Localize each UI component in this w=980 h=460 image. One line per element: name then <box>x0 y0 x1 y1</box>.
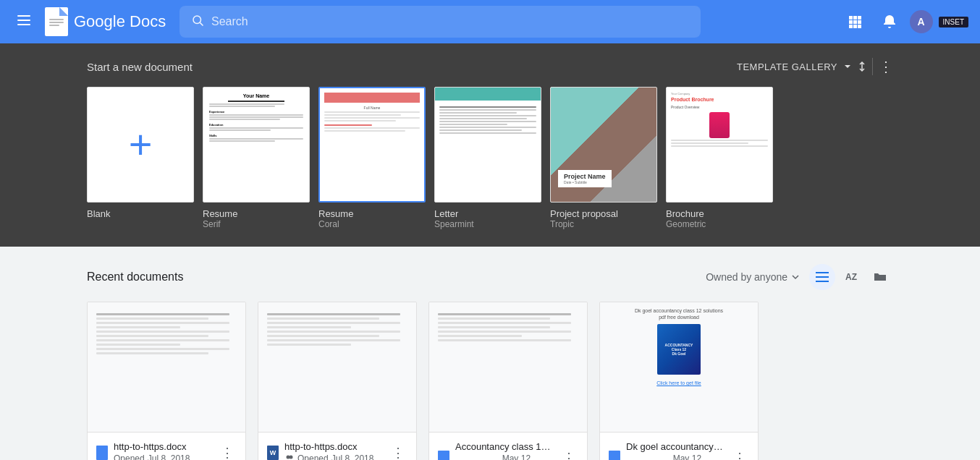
blank-plus-icon: + <box>129 124 153 165</box>
template-project-proposal-thumb: Project Name Date • Subtitle <box>550 87 657 203</box>
template-resume-serif-label: Resume <box>203 208 310 219</box>
svg-line-8 <box>200 22 203 25</box>
doc-card-3-thumb <box>429 302 587 433</box>
new-doc-header: Start a new document TEMPLATE GALLERY ⋮ <box>87 58 893 75</box>
new-doc-title: Start a new document <box>87 61 193 73</box>
svg-rect-10 <box>853 16 857 20</box>
recent-docs-title: Recent documents <box>87 271 183 284</box>
menu-button[interactable] <box>12 8 36 36</box>
recent-header: Recent documents Owned by anyone AZ <box>87 264 893 290</box>
folder-view-button[interactable] <box>867 264 893 290</box>
svg-rect-16 <box>853 25 857 28</box>
new-document-section: Start a new document TEMPLATE GALLERY ⋮ … <box>0 43 980 247</box>
svg-rect-5 <box>49 22 64 23</box>
template-resume-coral-thumb: Full Name <box>318 87 426 203</box>
docs-grid: http-to-https.docx Opened Jul 8, 2018 ⋮ <box>87 302 893 460</box>
doc-card-2-details: Opened Jul 8, 2018 <box>284 453 383 460</box>
notifications-button[interactable] <box>875 7 904 36</box>
svg-rect-1 <box>17 20 30 21</box>
svg-rect-4 <box>49 19 64 20</box>
doc-card-2-meta: http-to-https.docx Opened Jul 8, 2018 <box>284 441 383 460</box>
template-gallery-button[interactable]: TEMPLATE GALLERY <box>737 61 866 72</box>
doc-type-icon-2: W <box>267 446 279 460</box>
doc-card-2-info: W http-to-https.docx Opened Jul 8, 2018 <box>258 433 416 460</box>
recent-documents-section: Recent documents Owned by anyone AZ <box>0 247 980 460</box>
svg-rect-12 <box>849 20 853 24</box>
doc-card-3-more-button[interactable]: ⋮ <box>559 447 578 461</box>
avatar[interactable]: A <box>910 10 933 33</box>
more-options-button[interactable]: ⋮ <box>879 58 893 75</box>
svg-rect-15 <box>849 25 853 28</box>
apps-button[interactable] <box>840 7 869 36</box>
doc-card-2-opened: Opened <box>297 453 329 460</box>
doc-card-4[interactable]: Dk goel accountancy class 12 solutions p… <box>599 302 759 460</box>
svg-rect-17 <box>858 25 861 28</box>
doc-type-icon-1 <box>96 446 108 460</box>
doc-card-1[interactable]: http-to-https.docx Opened Jul 8, 2018 ⋮ <box>87 302 246 460</box>
template-letter-spearmint[interactable]: Letter Spearmint <box>434 87 541 229</box>
doc-card-2-name: http-to-https.docx <box>284 441 383 452</box>
doc-card-1-date: Jul 8, 2018 <box>148 453 190 460</box>
doc-card-4-info: Dk goel accountancy clas… Opened May 12,… <box>600 433 758 460</box>
template-project-proposal-sublabel: Tropic <box>550 219 657 229</box>
doc-card-4-more-button[interactable]: ⋮ <box>730 447 749 461</box>
svg-rect-13 <box>853 20 857 24</box>
template-brochure-geo-thumb: Your Company Product Brochure Product Ov… <box>666 87 773 203</box>
owned-by-dropdown[interactable]: Owned by anyone <box>706 271 801 283</box>
svg-rect-9 <box>849 16 853 20</box>
search-icon <box>191 14 204 30</box>
doc-card-4-details: Opened May 12, 2018 <box>626 453 725 460</box>
doc-card-4-date: May 12, 2018 <box>673 453 725 460</box>
doc-card-2-thumb <box>258 302 416 433</box>
doc-card-1-opened: Opened <box>114 453 145 460</box>
template-brochure-geo[interactable]: Your Company Product Brochure Product Ov… <box>666 87 773 229</box>
accountancy-book-image: ACCOUNTANCYClass 12Dk Goel <box>657 324 701 375</box>
doc-type-icon-3 <box>438 451 449 461</box>
doc-card-2-more-button[interactable]: ⋮ <box>389 442 407 461</box>
resume-serif-preview: Your Name Experience Education Skills <box>203 88 309 202</box>
svg-rect-14 <box>858 20 861 24</box>
doc-card-4-name: Dk goel accountancy clas… <box>626 441 725 452</box>
doc-card-1-more-button[interactable]: ⋮ <box>218 442 237 461</box>
doc-card-2-date: Jul 8, 2018 <box>331 453 374 460</box>
doc-card-3-meta: Accountancy class 12 dk … Opened May 12,… <box>455 441 554 460</box>
letter-spearmint-preview <box>435 88 541 202</box>
account-switcher[interactable]: INSET <box>939 17 968 27</box>
template-project-proposal[interactable]: Project Name Date • Subtitle Project pro… <box>550 87 657 229</box>
resume-coral-preview: Full Name <box>320 88 424 201</box>
template-letter-spearmint-thumb <box>434 87 541 203</box>
svg-point-7 <box>193 16 201 24</box>
doc-card-3[interactable]: Accountancy class 12 dk … Opened May 12,… <box>428 302 588 460</box>
template-letter-spearmint-label: Letter <box>434 208 541 219</box>
template-brochure-geo-sublabel: Geometric <box>666 219 773 229</box>
template-resume-serif-sublabel: Serif <box>203 219 310 229</box>
svg-rect-6 <box>49 25 59 26</box>
doc-card-4-thumb: Dk goel accountancy class 12 solutions p… <box>600 302 758 433</box>
svg-point-22 <box>290 456 293 459</box>
svg-rect-19 <box>816 276 829 278</box>
list-view-button[interactable] <box>809 264 835 290</box>
template-resume-serif[interactable]: Your Name Experience Education Skills <box>203 87 310 229</box>
doc-type-icon-4 <box>609 451 620 461</box>
svg-rect-11 <box>858 16 861 20</box>
search-bar[interactable] <box>179 6 701 38</box>
svg-rect-20 <box>816 281 829 282</box>
brochure-geo-preview: Your Company Product Brochure Product Ov… <box>667 88 772 202</box>
template-resume-coral[interactable]: Full Name Resume Coral <box>318 87 426 229</box>
sort-button[interactable]: AZ <box>838 264 864 290</box>
template-blank[interactable]: + Blank <box>87 87 194 229</box>
template-brochure-geo-label: Brochure <box>666 208 773 219</box>
shared-icon-2 <box>284 453 295 460</box>
doc-card-1-name: http-to-https.docx <box>114 441 212 452</box>
divider <box>872 58 873 75</box>
recent-controls: Owned by anyone AZ <box>706 264 893 290</box>
view-toggle: AZ <box>809 264 893 290</box>
search-input[interactable] <box>211 15 689 28</box>
doc-card-2[interactable]: W http-to-https.docx Opened Jul 8, 2018 <box>258 302 417 460</box>
template-resume-serif-thumb: Your Name Experience Education Skills <box>203 87 310 203</box>
doc-card-1-details: Opened Jul 8, 2018 <box>114 453 212 460</box>
docs-logo-icon <box>45 7 68 36</box>
doc-card-3-details: Opened May 12, 2018 <box>455 453 554 460</box>
svg-rect-2 <box>17 24 30 25</box>
template-blank-label: Blank <box>87 208 194 219</box>
